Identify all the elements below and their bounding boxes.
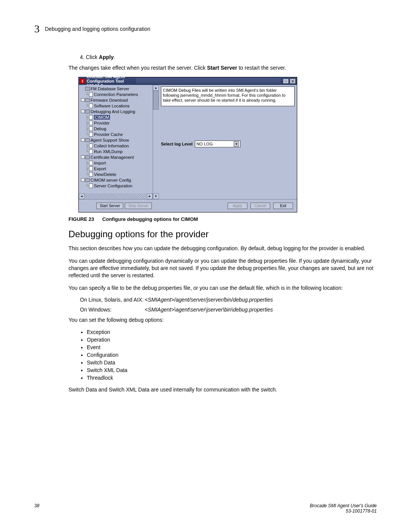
list-item: Exception [87,329,377,335]
doc-icon [89,149,93,154]
apply-button: Apply [228,203,247,209]
scroll-left-icon[interactable]: ◄ [79,193,84,199]
chapter-number: 3 [34,23,40,35]
select-log-level-label: Select log Level [161,142,193,146]
page-footer: 38 Brocade SMI Agent User's Guide 53-100… [34,503,377,514]
list-item: Operation [87,337,377,343]
chevron-down-icon[interactable]: ▼ [234,141,239,147]
doc-icon [89,115,93,120]
folder-icon [85,98,90,102]
doc-icon [89,161,93,165]
paragraph: You can update debugging configuration d… [68,257,377,279]
restart-note: The changes take effect when you restart… [68,65,377,71]
expand-icon[interactable]: - [81,155,84,159]
doc-icon [89,144,93,148]
list-item: Event [87,344,377,350]
figure-caption: FIGURE 23 Configure debugging options fo… [68,216,377,222]
folder-icon [85,178,90,182]
titlebar-fill [136,78,280,84]
doc-icon [89,132,93,137]
doc-icon [89,166,93,171]
page-number: 38 [34,503,39,514]
page-content: 4. Click Apply. The changes take effect … [80,54,377,393]
step-4: 4. Click Apply. [80,54,377,60]
app-logo-icon: Σ [80,78,85,84]
tree-item-cimom[interactable]: CIMOM [94,115,110,120]
doc-icon [89,184,93,188]
minimize-icon[interactable]: ▫ [283,78,289,84]
config-dialog: Σ Brocade SMI Agent Configuration Tool 1… [78,77,297,212]
list-item: Configuration [87,352,377,358]
doc-icon [89,126,93,131]
doc-icon [89,172,93,177]
folder-icon [85,138,90,142]
doc-icon [89,92,93,97]
folder-icon [85,87,90,91]
expand-icon[interactable]: - [81,138,84,142]
scroll-right-icon[interactable]: ► [147,193,153,199]
list-item: Switch XML Data [87,367,377,373]
footer-right: Brocade SMI Agent User's Guide 53-100177… [310,503,377,514]
list-item: Switch Data [87,359,377,366]
paragraph: You can specify a file to be the debug p… [68,284,377,292]
chapter-title: Debugging and logging options configurat… [45,26,150,32]
paragraph: You can set the following debug options: [68,316,377,324]
folder-icon [85,110,90,113]
doc-icon [89,121,93,125]
start-server-button[interactable]: Start Server [96,203,123,209]
tree[interactable]: FM Database Server └Connection Parameter… [79,85,153,196]
paragraph: Switch Data and Switch XML Data are used… [68,386,377,393]
v-scrollbar[interactable]: ▲ ▼ [153,85,159,199]
scroll-up-icon[interactable]: ▲ [153,85,159,91]
exit-button[interactable]: Exit [273,203,293,209]
path-windows: On Windows: <SMIAgent>\agent\server\jser… [80,307,377,313]
dialog-footer: Start Server Stop Server Apply Cancel Ex… [79,199,297,212]
dialog-body: FM Database Server └Connection Parameter… [79,85,297,199]
page-header: 3 Debugging and logging options configur… [34,23,377,35]
folder-icon [85,155,90,159]
scroll-down-icon[interactable]: ▼ [153,193,159,199]
cancel-button: Cancel [250,203,270,209]
expand-icon[interactable]: - [81,98,84,102]
debug-options-list: Exception Operation Event Configuration … [87,329,377,381]
expand-icon[interactable]: - [81,110,84,113]
paragraph: This section describes how you can updat… [68,245,377,252]
list-item: Threadlock [87,375,377,381]
log-level-row: Select log Level NO LOG ▼ [161,141,295,147]
stop-server-button: Stop Server [125,203,152,209]
description-text: CIMOM Debug Files will be written into S… [161,86,295,106]
titlebar[interactable]: Σ Brocade SMI Agent Configuration Tool 1… [79,77,297,85]
main-pane: CIMOM Debug Files will be written into S… [159,85,297,199]
tree-pane: FM Database Server └Connection Parameter… [79,85,153,199]
path-linux: On Linux, Solaris, and AIX: <SMIAgent>/a… [80,297,377,303]
close-icon[interactable]: ✕ [290,78,296,84]
log-level-select[interactable]: NO LOG ▼ [195,141,241,147]
h-scrollbar[interactable]: ◄ ► [79,193,153,199]
doc-icon [89,104,93,108]
expand-icon[interactable]: - [81,178,84,182]
section-heading: Debugging options for the provider [68,229,377,240]
